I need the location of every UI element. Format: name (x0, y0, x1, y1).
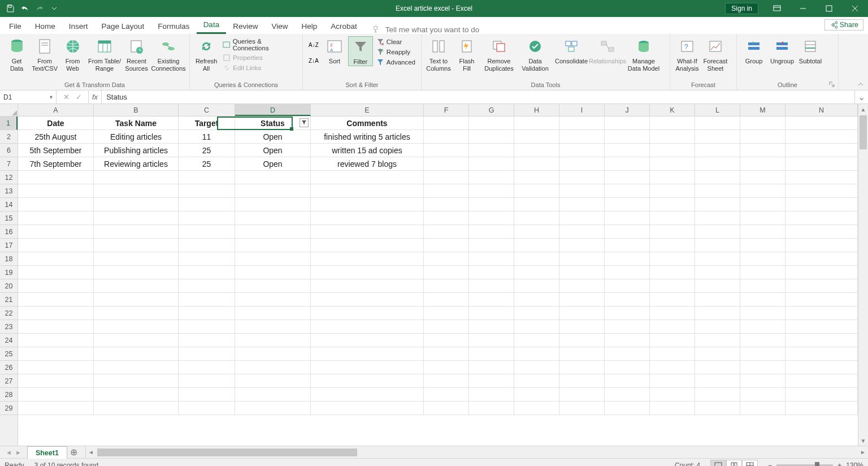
cell[interactable] (695, 171, 740, 184)
cell[interactable] (424, 320, 469, 334)
scrollbar-thumb[interactable] (860, 115, 867, 149)
cell[interactable] (179, 320, 235, 334)
cell[interactable] (740, 320, 785, 334)
cell[interactable] (94, 239, 179, 252)
cell[interactable] (695, 347, 740, 361)
cell[interactable] (469, 266, 514, 279)
cell[interactable] (559, 347, 605, 361)
cell[interactable]: reviewed 7 blogs (311, 157, 424, 171)
cell[interactable] (785, 184, 858, 198)
cell[interactable] (235, 212, 311, 225)
cell[interactable] (469, 293, 514, 307)
cell[interactable] (94, 198, 179, 212)
cell[interactable] (235, 320, 311, 334)
cell[interactable] (311, 212, 424, 225)
cell[interactable] (785, 144, 858, 157)
from-text-button[interactable]: From Text/CSV (31, 36, 58, 72)
cell[interactable] (650, 144, 695, 157)
cell[interactable] (235, 239, 311, 252)
cell[interactable] (559, 116, 605, 130)
sheet-tab[interactable]: Sheet1 (27, 446, 67, 459)
cell[interactable] (469, 252, 514, 266)
cell[interactable] (695, 334, 740, 347)
row-header[interactable]: 22 (0, 307, 18, 320)
scrollbar-thumb[interactable] (97, 448, 357, 456)
col-header[interactable]: G (469, 104, 514, 116)
remove-duplicates-button[interactable]: Remove Duplicates (481, 36, 517, 72)
cell[interactable] (94, 361, 179, 374)
queries-connections-button[interactable]: Queries & Connections (220, 37, 299, 52)
tab-home[interactable]: Home (28, 19, 62, 34)
cell[interactable] (650, 293, 695, 307)
cell[interactable] (469, 279, 514, 293)
cell[interactable] (785, 374, 858, 388)
cell[interactable] (469, 334, 514, 347)
cell[interactable]: 25 (179, 144, 235, 157)
sort-desc-button[interactable]: Z↓A (307, 54, 320, 67)
cell[interactable] (695, 307, 740, 320)
cell[interactable] (18, 347, 94, 361)
cell[interactable] (424, 374, 469, 388)
cell[interactable] (785, 130, 858, 144)
cell[interactable] (650, 157, 695, 171)
cell[interactable] (559, 184, 605, 198)
filter-dropdown-icon[interactable] (300, 118, 309, 127)
cell[interactable] (695, 144, 740, 157)
cell[interactable] (18, 266, 94, 279)
sort-button[interactable]: ZASort (322, 36, 347, 65)
cell[interactable]: Comments (311, 116, 424, 130)
cell[interactable] (514, 293, 559, 307)
cell[interactable] (235, 225, 311, 239)
cell[interactable] (559, 130, 605, 144)
cell[interactable] (94, 279, 179, 293)
cell[interactable] (785, 402, 858, 415)
from-web-button[interactable]: From Web (59, 36, 86, 72)
cell[interactable] (469, 212, 514, 225)
tab-help[interactable]: Help (294, 19, 324, 34)
row-header[interactable]: 12 (0, 171, 18, 184)
col-header[interactable]: F (424, 104, 469, 116)
tab-data[interactable]: Data (197, 17, 227, 34)
cell[interactable] (424, 239, 469, 252)
cell[interactable] (235, 374, 311, 388)
cell[interactable] (514, 307, 559, 320)
cell[interactable] (514, 266, 559, 279)
cell[interactable] (559, 157, 605, 171)
cell[interactable] (514, 279, 559, 293)
cell[interactable] (94, 347, 179, 361)
advanced-filter-button[interactable]: Advanced (374, 58, 418, 67)
cell[interactable] (469, 198, 514, 212)
cell[interactable] (424, 402, 469, 415)
tab-file[interactable]: File (2, 19, 28, 34)
cell[interactable] (94, 402, 179, 415)
cell[interactable]: 11 (179, 130, 235, 144)
existing-connections-button[interactable]: Existing Connections (151, 36, 186, 72)
cell[interactable] (605, 293, 650, 307)
cell[interactable] (179, 212, 235, 225)
tab-nav[interactable]: ◄ ► (0, 446, 27, 458)
row-header[interactable]: 2 (0, 130, 18, 144)
cell[interactable] (785, 334, 858, 347)
row-header[interactable]: 13 (0, 184, 18, 198)
cell[interactable]: Task Name (94, 116, 179, 130)
cell[interactable] (740, 388, 785, 402)
row-header[interactable]: 17 (0, 239, 18, 252)
cell[interactable] (650, 388, 695, 402)
consolidate-button[interactable]: Consolidate (554, 36, 589, 65)
cell[interactable] (179, 347, 235, 361)
cell[interactable] (18, 374, 94, 388)
cell[interactable] (605, 239, 650, 252)
ungroup-button[interactable]: Ungroup (769, 36, 796, 65)
row-header[interactable]: 26 (0, 361, 18, 374)
cell[interactable] (785, 307, 858, 320)
cell[interactable] (559, 334, 605, 347)
cell[interactable] (179, 252, 235, 266)
filter-button[interactable]: Filter (348, 36, 373, 66)
cell[interactable] (785, 239, 858, 252)
share-button[interactable]: Share (824, 19, 863, 31)
cell[interactable] (785, 266, 858, 279)
cell[interactable] (179, 374, 235, 388)
cell[interactable] (559, 402, 605, 415)
cell[interactable] (469, 144, 514, 157)
cell[interactable] (424, 279, 469, 293)
